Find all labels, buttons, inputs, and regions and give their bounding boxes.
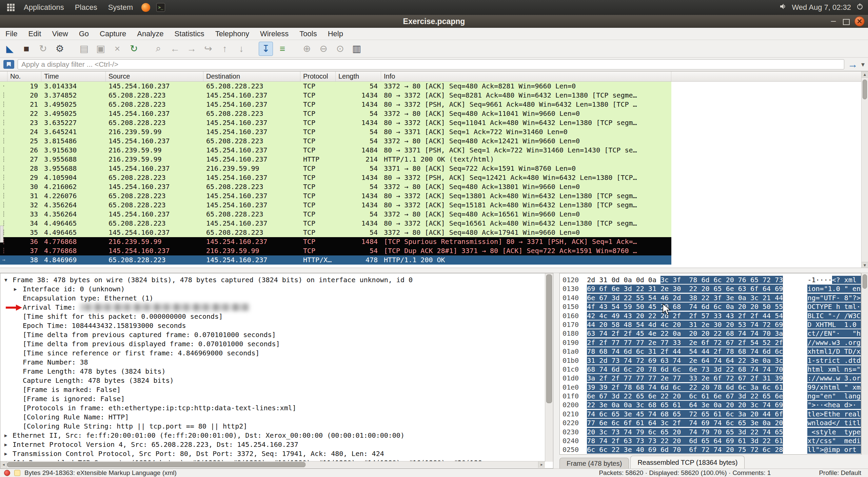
packet-row[interactable]: ┆324.35626465.208.228.223145.254.160.237… (0, 201, 671, 210)
hex-scrollbar[interactable] (861, 273, 868, 455)
hex-row[interactable]: 01e0 39 39 2f 78 68 74 6d 6c 22 20 78 6d… (563, 383, 861, 392)
menu-statistics[interactable]: Statistics (169, 28, 210, 40)
detail-line[interactable]: [Time since reference or first frame: 4.… (0, 349, 545, 358)
panel-menu-system[interactable]: System (103, 0, 138, 15)
terminal-launcher-icon[interactable]: >_ (156, 3, 165, 12)
details-scroll-thumb[interactable] (546, 274, 552, 403)
col-header-info[interactable]: Info (381, 71, 671, 81)
detail-line[interactable]: ▸Ethernet II, Src: fe:ff:20:00:01:00 (fe… (0, 431, 545, 440)
stop-capture-icon[interactable]: ■ (19, 42, 34, 56)
zoom-out-icon[interactable]: ⊖ (316, 42, 331, 56)
packet-row[interactable]: ┆304.216062145.254.160.23765.208.228.223… (0, 182, 671, 191)
detail-line[interactable]: Epoch Time: 1084443432.158193000 seconds (0, 321, 545, 330)
apply-filter-icon[interactable]: → (848, 59, 858, 69)
collapsed-arrow-icon[interactable]: ▸ (4, 449, 7, 458)
packet-list-scroll-thumb[interactable] (863, 80, 867, 99)
hex-row[interactable]: 0160 42 4c 49 43 20 22 2d 2f 2f 57 33 43… (563, 311, 861, 320)
menu-file[interactable]: File (0, 28, 23, 40)
menu-capture[interactable]: Capture (94, 28, 132, 40)
auto-scroll-icon[interactable]: ↧ (259, 42, 273, 56)
hex-row[interactable]: 0130 69 6f 6e 3d 22 31 2e 30 22 20 65 6e… (563, 284, 861, 293)
packet-row[interactable]: ┆273.955688216.239.59.99145.254.160.237H… (0, 155, 671, 164)
packet-row[interactable]: ┆283.955688145.254.160.237216.239.59.99T… (0, 164, 671, 173)
colorize-packets-icon[interactable]: ≡ (275, 42, 290, 56)
hex-row[interactable]: 0180 63 74 2f 2f 45 4e 22 0a 20 20 22 68… (563, 329, 861, 338)
menu-go[interactable]: Go (74, 28, 94, 40)
detail-line[interactable]: [Coloring Rule Name: HTTP] (0, 413, 545, 422)
packet-row[interactable]: ┆364.776868216.239.59.99145.254.160.237T… (0, 237, 671, 246)
packet-row[interactable]: ┆233.63522765.208.228.223145.254.160.237… (0, 118, 671, 127)
collapsed-arrow-icon[interactable]: ▸ (4, 440, 7, 449)
pane-grip[interactable] (0, 226, 3, 243)
find-packet-icon[interactable]: ⌕ (151, 42, 165, 56)
packet-row[interactable]: ┆243.645241216.239.59.99145.254.160.237T… (0, 127, 671, 137)
minimize-button[interactable]: – (829, 17, 838, 26)
go-back-icon[interactable]: ← (168, 42, 182, 56)
panel-menu-applications[interactable]: Applications (18, 0, 70, 15)
detail-line[interactable]: Encapsulation type: Ethernet (1) (0, 294, 545, 303)
scroll-down-icon[interactable]: ▼ (862, 262, 868, 268)
hex-row[interactable]: 01a0 78 68 74 6d 6c 31 2f 44 54 44 2f 78… (563, 347, 861, 356)
hex-row[interactable]: 0240 78 74 2f 63 73 73 22 20 6d 65 64 69… (563, 436, 861, 445)
panel-menu-places[interactable]: Places (70, 0, 103, 15)
hex-row[interactable]: 0140 6e 67 3d 22 55 54 46 2d 38 22 3f 3e… (563, 293, 861, 302)
col-header-gutter[interactable] (0, 71, 7, 81)
hex-row[interactable]: 0220 77 6e 6c 6f 61 64 3c 2f 74 69 74 6c… (563, 418, 861, 427)
firefox-launcher-icon[interactable] (141, 3, 151, 12)
hex-row[interactable]: 01c0 68 74 6d 6c 20 78 6d 6c 6e 73 3d 22… (563, 365, 861, 374)
zoom-in-icon[interactable]: ⊕ (300, 42, 314, 56)
vertical-splitter[interactable] (553, 273, 559, 469)
packet-row[interactable]: ┆354.496465145.254.160.23765.208.228.223… (0, 228, 671, 237)
detail-line[interactable]: [Time delta from previous displayed fram… (0, 339, 545, 349)
detail-line[interactable]: Frame Length: 478 bytes (3824 bits) (0, 367, 545, 376)
col-header-no[interactable]: No. (7, 71, 41, 81)
detail-line[interactable]: [Frame is ignored: False] (0, 394, 545, 403)
expanded-arrow-icon[interactable]: ▾ (4, 275, 7, 285)
status-profile[interactable]: Profile: Default (819, 469, 864, 477)
detail-line[interactable]: [Time delta from previous captured frame… (0, 330, 545, 339)
scroll-left-icon[interactable]: ◂ (0, 461, 7, 468)
display-filter-input[interactable] (18, 59, 844, 69)
menu-help[interactable]: Help (322, 28, 349, 40)
tab-frame[interactable]: Frame (478 bytes) (559, 458, 629, 469)
save-file-icon[interactable]: ▣ (94, 42, 108, 56)
go-forward-icon[interactable]: → (184, 42, 199, 56)
menu-edit[interactable]: Edit (23, 28, 46, 40)
menu-view[interactable]: View (46, 28, 73, 40)
packet-row[interactable]: ┆374.776868145.254.160.237216.239.59.99T… (0, 246, 671, 255)
hex-row[interactable]: 0210 74 6c 65 3e 45 74 68 65 72 65 61 6c… (563, 410, 861, 418)
close-file-icon[interactable]: × (110, 42, 124, 56)
detail-line[interactable]: [Protocols in frame: eth:ethertype:ip:tc… (0, 403, 545, 413)
go-last-packet-icon[interactable]: ↓ (234, 42, 249, 56)
menu-analyze[interactable]: Analyze (132, 28, 169, 40)
capture-options-icon[interactable]: ⚙ (53, 42, 67, 56)
packet-row[interactable]: ┆213.49502565.208.228.223145.254.160.237… (0, 100, 671, 109)
filter-bookmark-icon[interactable] (3, 60, 14, 69)
col-header-destination[interactable]: Destination (203, 71, 300, 81)
detail-line[interactable]: [Frame is marked: False] (0, 385, 545, 394)
hex-row[interactable]: 0250 6c 6c 22 3e 40 69 6d 70 6f 72 74 20… (563, 445, 861, 454)
col-header-time[interactable]: Time (41, 71, 106, 81)
packet-row[interactable]: ┆294.10590465.208.228.223145.254.160.237… (0, 173, 671, 182)
hex-row[interactable]: 0170 44 20 58 48 54 4d 4c 20 31 2e 30 20… (563, 320, 861, 329)
window-titlebar[interactable]: Exercise.pcapng – ✕ (0, 15, 868, 28)
hex-scroll-thumb[interactable] (863, 274, 867, 289)
menu-wireless[interactable]: Wireless (255, 28, 294, 40)
power-icon[interactable] (856, 3, 863, 12)
go-first-packet-icon[interactable]: ↑ (218, 42, 232, 56)
packet-row[interactable]: ┆263.915630216.239.59.99145.254.160.237T… (0, 146, 671, 155)
restart-capture-icon[interactable]: ↻ (36, 42, 50, 56)
zoom-original-icon[interactable]: ⊙ (333, 42, 347, 56)
detail-line[interactable]: ▾Frame 38: 478 bytes on wire (3824 bits)… (0, 275, 545, 285)
collapsed-arrow-icon[interactable]: ▸ (4, 431, 7, 440)
detail-line[interactable]: Frame Number: 38 (0, 358, 545, 367)
maximize-button[interactable] (843, 19, 850, 25)
expert-info-icon[interactable] (4, 470, 10, 476)
horizontal-splitter[interactable] (0, 268, 868, 273)
volume-icon[interactable] (780, 3, 786, 12)
hex-row[interactable]: 01f0 6e 67 3d 22 65 6e 22 20 6c 61 6e 67… (563, 392, 861, 400)
detail-line[interactable]: ▸Interface id: 0 (unknown) (0, 285, 545, 294)
col-header-length[interactable]: Length (336, 71, 381, 81)
reload-file-icon[interactable]: ↻ (127, 42, 141, 56)
hex-row[interactable]: 0200 22 3e 0a 0a 3c 68 65 61 64 3e 0a 20… (563, 400, 861, 409)
